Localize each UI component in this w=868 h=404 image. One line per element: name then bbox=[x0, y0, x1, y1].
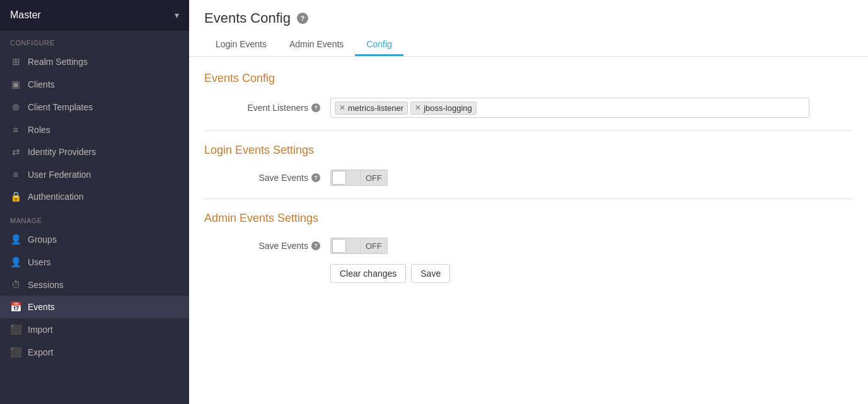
sidebar-item-events[interactable]: 📅 Events bbox=[0, 296, 189, 318]
sidebar-item-label: Realm Settings bbox=[28, 57, 88, 67]
roles-icon: ≡ bbox=[10, 124, 21, 135]
toggle-thumb bbox=[332, 171, 346, 185]
sidebar-item-label: Identity Providers bbox=[28, 147, 96, 157]
event-listeners-group: Event Listeners ? ✕ metrics-listener ✕ j… bbox=[204, 98, 853, 118]
event-listeners-label: Event Listeners ? bbox=[204, 103, 330, 113]
page-header: Events Config ? Login Events Admin Event… bbox=[189, 0, 868, 57]
sidebar-item-authentication[interactable]: 🔒 Authentication bbox=[0, 185, 189, 208]
sidebar-item-clients[interactable]: ▣ Clients bbox=[0, 73, 189, 96]
sidebar-item-label: Groups bbox=[28, 234, 57, 245]
page-help-icon[interactable]: ? bbox=[297, 13, 308, 24]
tag-jboss-logging: ✕ jboss-logging bbox=[410, 101, 477, 115]
admin-save-events-label: Save Events ? bbox=[204, 241, 330, 251]
sidebar-item-users[interactable]: 👤 Users bbox=[0, 251, 189, 274]
sidebar-item-user-federation[interactable]: ≡ User Federation bbox=[0, 163, 189, 185]
tab-bar: Login Events Admin Events Config bbox=[204, 34, 853, 56]
tab-login-events[interactable]: Login Events bbox=[204, 34, 278, 56]
configure-section-label: Configure bbox=[0, 30, 189, 50]
save-button[interactable]: Save bbox=[411, 264, 450, 283]
tag-label: jboss-logging bbox=[424, 103, 472, 113]
tag-metrics-listener: ✕ metrics-listener bbox=[335, 101, 408, 115]
sidebar-item-realm-settings[interactable]: ⊞ Realm Settings bbox=[0, 50, 189, 73]
tag-label: metrics-listener bbox=[348, 103, 403, 113]
sidebar-item-label: Export bbox=[28, 347, 53, 357]
sidebar-item-label: Roles bbox=[28, 125, 50, 135]
sidebar-item-label: Users bbox=[28, 257, 51, 267]
events-config-title: Events Config bbox=[204, 72, 853, 85]
sidebar-item-roles[interactable]: ≡ Roles bbox=[0, 118, 189, 141]
sidebar-item-label: Events bbox=[28, 302, 55, 312]
sessions-icon: ⏱ bbox=[10, 279, 21, 290]
content-area: Events Config Event Listeners ? ✕ metric… bbox=[189, 57, 868, 298]
sidebar-item-label: Client Templates bbox=[28, 102, 93, 112]
sidebar-item-label: Import bbox=[28, 325, 53, 335]
toggle-off-label: OFF bbox=[361, 170, 388, 186]
users-icon: 👤 bbox=[10, 257, 21, 268]
login-save-events-help-icon[interactable]: ? bbox=[311, 173, 320, 182]
sidebar: Master ▾ Configure ⊞ Realm Settings ▣ Cl… bbox=[0, 0, 189, 404]
realm-title: Master bbox=[10, 9, 41, 21]
admin-save-events-group: Save Events ? OFF bbox=[204, 238, 853, 254]
groups-icon: 👤 bbox=[10, 234, 21, 245]
toggle-off-label-admin: OFF bbox=[361, 238, 388, 254]
tag-remove-jboss-logging[interactable]: ✕ bbox=[415, 104, 421, 112]
events-icon: 📅 bbox=[10, 301, 21, 313]
admin-events-section-title: Admin Events Settings bbox=[204, 212, 853, 225]
sidebar-item-sessions[interactable]: ⏱ Sessions bbox=[0, 274, 189, 296]
sidebar-item-import[interactable]: ⬛ Import bbox=[0, 318, 189, 341]
event-listeners-input[interactable]: ✕ metrics-listener ✕ jboss-logging bbox=[330, 98, 853, 118]
login-events-section-title: Login Events Settings bbox=[204, 144, 853, 157]
divider-1 bbox=[204, 130, 853, 131]
authentication-icon: 🔒 bbox=[10, 191, 21, 202]
tab-config[interactable]: Config bbox=[355, 34, 403, 56]
login-save-events-group: Save Events ? OFF bbox=[204, 170, 853, 186]
sidebar-item-export[interactable]: ⬛ Export bbox=[0, 341, 189, 364]
client-templates-icon: ⊛ bbox=[10, 101, 21, 113]
tab-admin-events[interactable]: Admin Events bbox=[278, 34, 355, 56]
tag-input-container[interactable]: ✕ metrics-listener ✕ jboss-logging bbox=[330, 98, 809, 118]
sidebar-item-groups[interactable]: 👤 Groups bbox=[0, 228, 189, 251]
export-icon: ⬛ bbox=[10, 347, 21, 358]
sidebar-item-label: Sessions bbox=[28, 280, 64, 290]
action-buttons: Clear changes Save bbox=[330, 264, 853, 283]
sidebar-item-label: Clients bbox=[28, 79, 55, 89]
identity-providers-icon: ⇄ bbox=[10, 146, 21, 158]
sidebar-item-identity-providers[interactable]: ⇄ Identity Providers bbox=[0, 141, 189, 163]
sidebar-item-label: Authentication bbox=[28, 192, 84, 202]
login-save-events-label: Save Events ? bbox=[204, 173, 330, 183]
realm-settings-icon: ⊞ bbox=[10, 56, 21, 67]
admin-save-events-toggle[interactable]: OFF bbox=[330, 238, 853, 254]
tag-remove-metrics-listener[interactable]: ✕ bbox=[339, 104, 345, 112]
clear-changes-button[interactable]: Clear changes bbox=[330, 264, 406, 283]
realm-selector[interactable]: Master ▾ bbox=[0, 0, 189, 30]
login-save-events-toggle-container: OFF bbox=[330, 170, 853, 186]
admin-save-events-toggle-container: OFF bbox=[330, 238, 853, 254]
main-content: Events Config ? Login Events Admin Event… bbox=[189, 0, 868, 404]
toggle-track-admin[interactable] bbox=[330, 238, 361, 254]
user-federation-icon: ≡ bbox=[10, 169, 21, 180]
toggle-track[interactable] bbox=[330, 170, 361, 186]
divider-2 bbox=[204, 199, 853, 199]
event-listeners-help-icon[interactable]: ? bbox=[311, 103, 320, 112]
page-title: Events Config bbox=[204, 10, 291, 26]
chevron-down-icon: ▾ bbox=[175, 10, 179, 20]
manage-section-label: Manage bbox=[0, 208, 189, 228]
sidebar-item-client-templates[interactable]: ⊛ Client Templates bbox=[0, 96, 189, 118]
clients-icon: ▣ bbox=[10, 79, 21, 90]
import-icon: ⬛ bbox=[10, 324, 21, 335]
login-save-events-toggle[interactable]: OFF bbox=[330, 170, 853, 186]
admin-save-events-help-icon[interactable]: ? bbox=[311, 241, 320, 250]
sidebar-item-label: User Federation bbox=[28, 170, 91, 180]
toggle-thumb-admin bbox=[332, 239, 346, 253]
